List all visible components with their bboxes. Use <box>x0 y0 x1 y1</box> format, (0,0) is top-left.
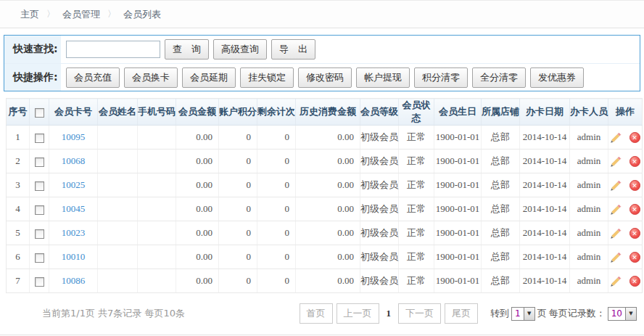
store-cell: 总部 <box>482 269 520 293</box>
delete-icon[interactable]: ✕ <box>629 228 640 239</box>
quick-action-button[interactable]: 挂失锁定 <box>240 67 294 88</box>
pagination-controls: 首页 上一页 1 下一页 尾页 转到 1 ▼ 页 每页记录数： 10 ▼ <box>300 303 637 324</box>
table-row: 3 10025 0.00 0 0 0.00 初级会员 正常 1900-01-01… <box>7 173 643 197</box>
quick-action-button[interactable]: 会员延期 <box>182 67 236 88</box>
quick-action-button[interactable]: 会员换卡 <box>124 67 178 88</box>
history-amount-cell: 0.00 <box>296 173 360 197</box>
bottom-divider <box>0 335 644 335</box>
page-size-select[interactable]: 10 ▼ <box>608 307 637 321</box>
row-checkbox[interactable] <box>35 134 44 143</box>
card-no-cell: 10010 <box>49 245 98 269</box>
page-size-label: 每页记录数： <box>549 307 606 320</box>
row-checkbox-cell <box>30 269 49 293</box>
actions-cell: ✕ <box>608 221 643 245</box>
phone-cell <box>138 245 176 269</box>
last-page-button[interactable]: 尾页 <box>445 303 478 324</box>
goto-label: 转到 <box>490 307 509 320</box>
toolbar-panel: 快速查找: 查 询 高级查询 导 出 快捷操作: 会员充值会员换卡会员延期挂失锁… <box>4 35 640 91</box>
edit-pencil-icon[interactable] <box>610 204 622 216</box>
delete-icon[interactable]: ✕ <box>629 276 640 287</box>
edit-pencil-icon[interactable] <box>610 180 622 192</box>
card-no-link[interactable]: 10045 <box>62 203 86 214</box>
times-cell: 0 <box>257 245 296 269</box>
next-page-button[interactable]: 下一页 <box>398 303 441 324</box>
amount-cell: 0.00 <box>176 269 219 293</box>
phone-cell <box>138 149 176 173</box>
row-checkbox[interactable] <box>35 157 44 167</box>
row-checkbox[interactable] <box>35 277 44 287</box>
edit-pencil-icon[interactable] <box>610 132 622 144</box>
quick-action-button[interactable]: 全分清零 <box>472 67 526 88</box>
select-all-checkbox[interactable] <box>35 108 44 118</box>
birthday-cell: 1900-01-01 <box>434 149 482 173</box>
status-cell: 正常 <box>399 173 434 197</box>
col-level: 会员等级 <box>360 99 399 126</box>
edit-pencil-icon[interactable] <box>610 156 622 168</box>
row-index-cell: 5 <box>7 221 30 245</box>
history-amount-cell: 0.00 <box>296 197 360 221</box>
goto-page-select[interactable]: 1 ▼ <box>511 307 535 321</box>
card-no-link[interactable]: 10086 <box>62 275 86 286</box>
row-index-cell: 7 <box>7 269 30 293</box>
edit-pencil-icon[interactable] <box>610 276 622 287</box>
actions-cell: ✕ <box>608 126 643 149</box>
breadcrumb-separator: 〉 <box>46 8 55 20</box>
store-cell: 总部 <box>482 149 520 173</box>
issue-date-cell: 2014-10-14 <box>520 221 570 245</box>
edit-pencil-icon[interactable] <box>610 228 622 239</box>
search-input[interactable] <box>66 41 160 58</box>
birthday-cell: 1900-01-01 <box>434 245 482 269</box>
advanced-search-button[interactable]: 高级查询 <box>213 39 267 60</box>
row-checkbox[interactable] <box>35 205 44 215</box>
quick-actions-row: 快捷操作: 会员充值会员换卡会员延期挂失锁定修改密码帐户提现积分清零全分清零发优… <box>4 63 640 91</box>
store-cell: 总部 <box>482 221 520 245</box>
store-cell: 总部 <box>482 197 520 221</box>
row-index-cell: 3 <box>7 173 30 197</box>
quick-action-button[interactable]: 帐户提现 <box>356 67 410 88</box>
card-no-link[interactable]: 10095 <box>62 131 86 142</box>
row-checkbox[interactable] <box>35 181 44 191</box>
prev-page-button[interactable]: 上一页 <box>337 303 379 324</box>
delete-icon[interactable]: ✕ <box>629 156 640 167</box>
breadcrumb-item[interactable]: 会员管理 <box>62 8 100 21</box>
row-checkbox[interactable] <box>35 253 44 263</box>
delete-icon[interactable]: ✕ <box>629 252 640 263</box>
quick-action-button[interactable]: 发优惠券 <box>530 67 584 88</box>
delete-icon[interactable]: ✕ <box>629 180 640 191</box>
level-cell: 初级会员 <box>360 221 399 245</box>
delete-icon[interactable]: ✕ <box>629 204 640 215</box>
export-button[interactable]: 导 出 <box>271 39 315 60</box>
col-birthday: 会员生日 <box>434 99 482 126</box>
card-no-link[interactable]: 10023 <box>62 227 86 238</box>
issue-date-cell: 2014-10-14 <box>520 149 570 173</box>
row-checkbox[interactable] <box>35 229 44 239</box>
col-status: 会员状态 <box>399 99 434 126</box>
breadcrumb-item[interactable]: 主页 <box>20 8 39 21</box>
operator-cell: admin <box>570 173 608 197</box>
level-cell: 初级会员 <box>360 149 399 173</box>
col-operator: 办卡人员 <box>570 99 608 126</box>
edit-pencil-icon[interactable] <box>610 252 622 263</box>
quick-action-button[interactable]: 积分清零 <box>414 67 468 88</box>
chevron-down-icon: ▼ <box>625 308 636 320</box>
level-cell: 初级会员 <box>360 173 399 197</box>
status-cell: 正常 <box>399 197 434 221</box>
issue-date-cell: 2014-10-14 <box>520 197 570 221</box>
card-no-link[interactable]: 10025 <box>62 179 86 190</box>
issue-date-cell: 2014-10-14 <box>520 173 570 197</box>
actions-cell: ✕ <box>608 149 643 173</box>
delete-icon[interactable]: ✕ <box>629 132 640 143</box>
card-no-link[interactable]: 10010 <box>62 251 86 262</box>
quick-action-button[interactable]: 会员充值 <box>66 67 120 88</box>
quick-action-button[interactable]: 修改密码 <box>298 67 352 88</box>
breadcrumb-item[interactable]: 会员列表 <box>123 8 161 21</box>
col-issue-date: 办卡日期 <box>520 99 570 126</box>
card-no-link[interactable]: 10068 <box>62 155 86 166</box>
store-cell: 总部 <box>482 173 520 197</box>
birthday-cell: 1900-01-01 <box>434 126 482 149</box>
actions-cell: ✕ <box>608 173 643 197</box>
search-button[interactable]: 查 询 <box>165 39 209 60</box>
first-page-button[interactable]: 首页 <box>300 303 333 324</box>
operator-cell: admin <box>570 221 608 245</box>
amount-cell: 0.00 <box>176 149 219 173</box>
